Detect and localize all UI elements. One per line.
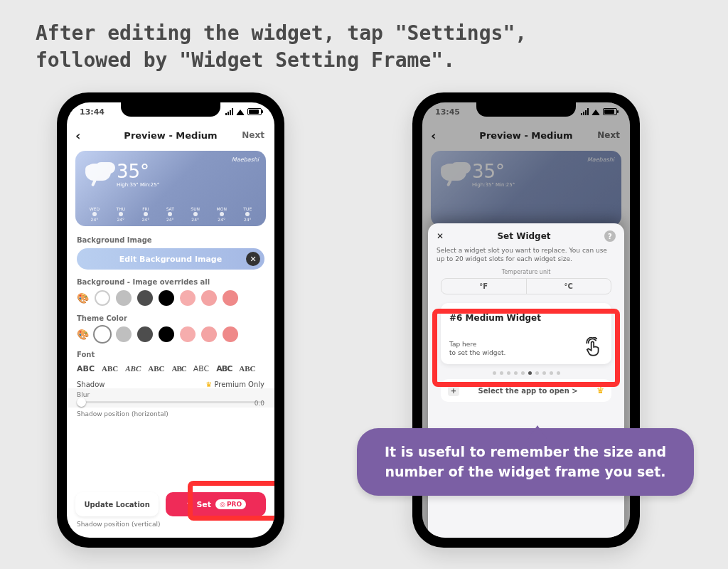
- temperature: 35°: [117, 161, 149, 182]
- status-time: 13:44: [80, 107, 105, 117]
- battery-icon: [603, 108, 617, 115]
- weather-card: 35° High:35° Min:25° Maebashi WED24° THU…: [75, 151, 266, 226]
- update-location-button[interactable]: Update Location: [75, 492, 159, 516]
- section-label: Background Image: [77, 236, 264, 244]
- edit-bg-label: Edit Background Image: [119, 255, 222, 264]
- callout-highlight: [432, 309, 620, 387]
- shadow-v-label: Shadow position (vertical): [77, 521, 160, 528]
- nav-title: Preview - Medium: [124, 130, 217, 141]
- wifi-icon: [236, 105, 245, 115]
- instruction-heading: After editing the widget, tap "Settings"…: [36, 20, 692, 74]
- wifi-icon: [592, 105, 600, 115]
- help-icon[interactable]: ?: [604, 230, 616, 242]
- notch: [121, 102, 220, 117]
- heading-line: After editing the widget, tap "Settings"…: [36, 20, 692, 47]
- weather-icon: [85, 164, 111, 181]
- city-label: Maebashi: [232, 156, 259, 163]
- bg-swatches[interactable]: 🎨: [77, 290, 264, 306]
- sheet-title: Set Widget: [497, 231, 550, 241]
- section-label: Font: [77, 351, 264, 358]
- font-picker[interactable]: ABCABCABCABCABCABCABCABC: [77, 363, 264, 375]
- phone-left: 13:44 ‹ Preview - Medium Next 35° High:3…: [57, 92, 284, 548]
- signal-icon: [581, 108, 589, 115]
- palette-icon[interactable]: 🎨: [77, 329, 89, 340]
- scroll-content: 35° High:35° Min:25° Maebashi WED24° THU…: [67, 148, 274, 538]
- notch: [476, 102, 576, 117]
- edit-bg-button[interactable]: Edit Background Image ✕: [77, 248, 264, 270]
- star-icon: ♛: [596, 385, 604, 395]
- close-icon[interactable]: ✕: [246, 252, 260, 266]
- select-app-label: Select the app to open >: [478, 387, 578, 395]
- next-button[interactable]: Next: [242, 130, 264, 140]
- hint-bubble: It is useful to remember the size and nu…: [357, 428, 694, 496]
- shadow-h-row[interactable]: Shadow position (horizontal): [67, 408, 274, 422]
- premium-badge: ♛ Premium Only: [205, 381, 264, 388]
- sheet-description: Select a widget slot you want to replace…: [437, 246, 616, 263]
- seg-c[interactable]: °C: [527, 279, 611, 294]
- heading-line: followed by "Widget Setting Frame".: [36, 47, 692, 74]
- palette-icon[interactable]: 🎨: [77, 292, 89, 304]
- signal-icon: [225, 108, 233, 115]
- seg-f[interactable]: °F: [441, 279, 527, 294]
- status-time: 13:45: [435, 107, 460, 117]
- section-label: Shadow: [77, 381, 105, 388]
- section-label: Background - Image overrides all: [77, 278, 264, 286]
- blur-slider[interactable]: Blur 0.0: [67, 388, 274, 408]
- back-button[interactable]: ‹: [75, 128, 80, 143]
- battery-icon: [247, 108, 262, 115]
- screen: 13:44 ‹ Preview - Medium Next 35° High:3…: [67, 102, 274, 538]
- temperature-unit-label: Temperature unit: [437, 269, 616, 275]
- crown-icon: ♛: [205, 381, 212, 388]
- callout-highlight: [188, 481, 274, 521]
- nav-bar: ‹ Preview - Medium Next: [67, 122, 274, 148]
- theme-swatches[interactable]: 🎨: [77, 326, 264, 342]
- temperature-range: High:35° Min:25°: [117, 182, 159, 188]
- temperature-unit-segment[interactable]: °F °C: [441, 278, 611, 294]
- close-button[interactable]: ✕: [437, 231, 444, 241]
- forecast-row: WED24° THU24° FRI24° SAT24° SUN24° MON24…: [81, 206, 260, 222]
- section-label: Theme Color: [77, 314, 264, 322]
